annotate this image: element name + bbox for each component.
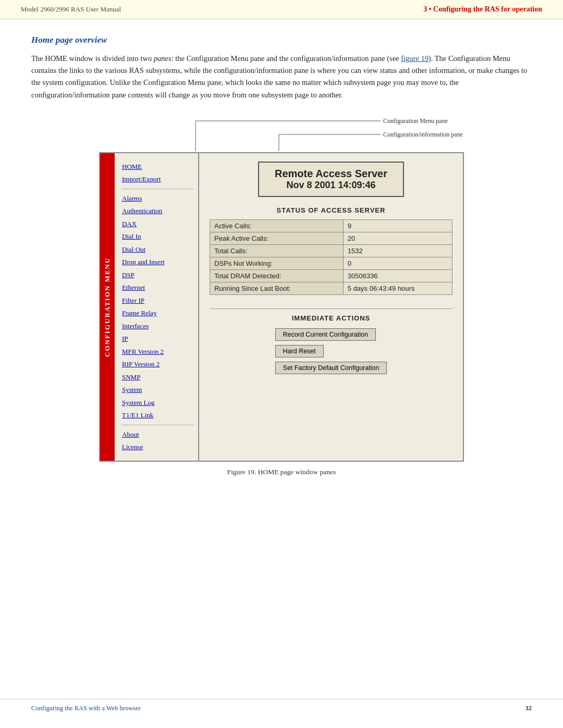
menu-item-home[interactable]: HOME xyxy=(122,161,194,173)
header-chapter-title: 3 • Configuring the RAS for operation xyxy=(423,5,542,14)
server-title-box: Remote Access Server Nov 8 2001 14:09:46 xyxy=(258,162,404,197)
menu-item-alarms[interactable]: Alarms xyxy=(122,192,194,205)
menu-item-dax[interactable]: DAX xyxy=(122,218,194,230)
menu-item-mfr[interactable]: MFR Version 2 xyxy=(122,346,194,358)
status-value: 9 xyxy=(343,219,452,232)
status-label: Peak Active Calls: xyxy=(210,232,344,244)
menu-item-snmp[interactable]: SNMP xyxy=(122,371,194,384)
menu-item-t1e1[interactable]: T1/E1 Link xyxy=(122,409,194,422)
footer-left: Configuring the RAS with a Web browser xyxy=(31,705,141,712)
menu-item-import-export[interactable]: Import/Export xyxy=(122,173,194,186)
action-button[interactable]: Hard Reset xyxy=(275,345,324,357)
status-value: 20 xyxy=(343,232,452,244)
figure-container: Configuration Menu pane Configuration/in… xyxy=(31,116,532,476)
content-info-pane: Remote Access Server Nov 8 2001 14:09:46… xyxy=(199,153,463,461)
menu-item-frame-relay[interactable]: Frame Relay xyxy=(122,307,194,319)
status-label: Running Since Last Boot: xyxy=(210,282,344,294)
menu-item-rip[interactable]: RIP Version 2 xyxy=(122,358,194,371)
status-value: 1532 xyxy=(343,244,452,257)
page-footer: Configuring the RAS with a Web browser 3… xyxy=(0,699,563,712)
status-label: Total DRAM Detected: xyxy=(210,269,344,282)
status-value: 5 days 06:43:49 hours xyxy=(343,282,452,294)
status-table: Active Calls:9Peak Active Calls:20Total … xyxy=(210,219,452,295)
menu-item-dial-in[interactable]: Dial In xyxy=(122,230,194,243)
status-row: Peak Active Calls:20 xyxy=(210,232,452,244)
menu-item-authentication[interactable]: Authentication xyxy=(122,205,194,217)
actions-heading: IMMEDIATE ACTIONS xyxy=(292,314,371,322)
status-row: Active Calls:9 xyxy=(210,219,452,232)
menu-item-license[interactable]: License xyxy=(122,441,194,453)
footer-right: 32 xyxy=(525,705,532,712)
status-row: Total Calls:1532 xyxy=(210,244,452,257)
status-row: Running Since Last Boot:5 days 06:43:49 … xyxy=(210,282,452,294)
page-header: Model 2960/2996 RAS User Manual 3 • Conf… xyxy=(0,0,563,19)
main-content: Home page overview The HOME window is di… xyxy=(0,19,563,502)
menu-item-about[interactable]: About xyxy=(122,428,194,441)
server-title-date: Nov 8 2001 14:09:46 xyxy=(275,180,387,191)
figure-caption: Figure 19. HOME page window panes xyxy=(227,468,336,476)
section-divider xyxy=(210,309,452,309)
status-value: 30506336 xyxy=(343,269,452,282)
body-paragraph: The HOME window is divided into two pane… xyxy=(31,53,532,101)
menu-item-system[interactable]: System xyxy=(122,384,194,396)
menu-item-ethernet[interactable]: Ethernet xyxy=(122,281,194,294)
status-row: Total DRAM Detected:30506336 xyxy=(210,269,452,282)
config-menu-label: Configuration Menu xyxy=(100,153,115,461)
status-row: DSPs Not Working:0 xyxy=(210,257,452,269)
server-title-main: Remote Access Server xyxy=(275,168,387,180)
menu-item-dial-out[interactable]: Dial Out xyxy=(122,243,194,256)
status-label: Total Calls: xyxy=(210,244,344,257)
header-manual-title: Model 2960/2996 RAS User Manual xyxy=(21,5,121,14)
svg-text:Configuration/information pane: Configuration/information pane xyxy=(383,131,463,138)
menu-item-drop-insert[interactable]: Drop and Insert xyxy=(122,256,194,268)
menu-links: HOME Import/Export Alarms Authentication… xyxy=(117,153,198,461)
menu-item-dsp[interactable]: DSP xyxy=(122,269,194,281)
section-heading: Home page overview xyxy=(31,35,532,45)
action-buttons-container: Record Current ConfigurationHard ResetSe… xyxy=(275,328,387,378)
status-label: DSPs Not Working: xyxy=(210,257,344,269)
action-button[interactable]: Set Factory Default Configuration xyxy=(275,362,387,374)
menu-item-ip[interactable]: IP xyxy=(122,332,194,345)
menu-item-interfaces[interactable]: Interfaces xyxy=(122,320,194,332)
menu-item-system-log[interactable]: System Log xyxy=(122,397,194,409)
status-heading: STATUS OF ACCESS SERVER xyxy=(277,206,386,214)
status-value: 0 xyxy=(343,257,452,269)
annotation-area: Configuration Menu pane Configuration/in… xyxy=(99,116,464,152)
action-button[interactable]: Record Current Configuration xyxy=(275,328,376,341)
menu-item-filter-ip[interactable]: Filter IP xyxy=(122,294,194,307)
config-menu-pane: Configuration Menu HOME Import/Export Al… xyxy=(100,153,199,461)
figure-box: Configuration Menu HOME Import/Export Al… xyxy=(99,152,464,462)
svg-text:Configuration Menu pane: Configuration Menu pane xyxy=(383,117,448,125)
status-label: Active Calls: xyxy=(210,219,344,232)
